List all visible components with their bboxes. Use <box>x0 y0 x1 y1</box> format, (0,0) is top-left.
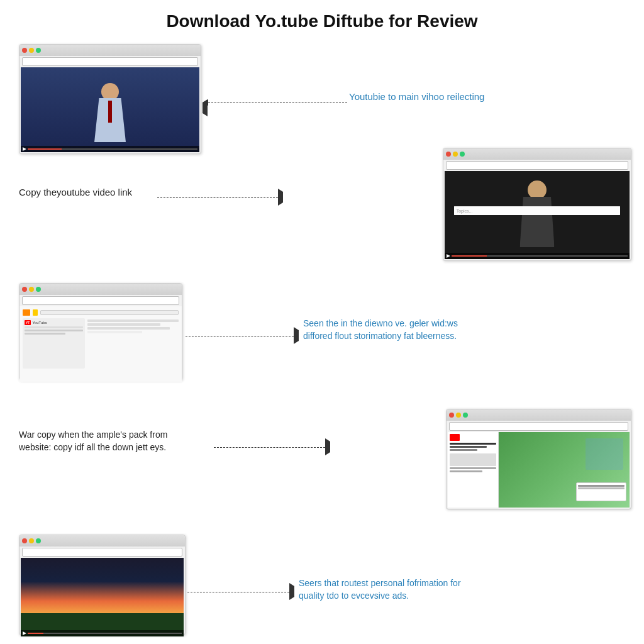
arrowhead-right-4 <box>325 441 330 453</box>
min-btn-4 <box>456 413 461 418</box>
browser-window-3: YT YouTubs <box>19 283 182 380</box>
divider-3 <box>25 326 83 328</box>
play-icon-5 <box>23 631 26 635</box>
max-btn-5 <box>36 538 41 543</box>
map-line-4c <box>450 449 477 451</box>
legend-line-4b <box>578 487 625 489</box>
arrowhead-right-3 <box>294 330 299 341</box>
titlebar-1 <box>19 45 201 56</box>
arrowhead-left-1 <box>203 99 208 106</box>
addressbar-4[interactable] <box>449 422 628 431</box>
arrowhead-right-2 <box>278 192 283 203</box>
website-sidebar-3: YT YouTubs <box>23 318 85 369</box>
max-btn-4 <box>463 413 468 418</box>
max-btn-2 <box>460 152 465 157</box>
browser-content-4 <box>448 432 630 508</box>
map-sidebar-4 <box>448 432 499 508</box>
video-bg-1 <box>21 67 199 152</box>
browser-content-2: Topics... <box>445 171 630 259</box>
max-btn-3 <box>36 287 41 292</box>
video-controls-1 <box>21 146 199 152</box>
arrow-4 <box>214 443 330 451</box>
website-content-3: YT YouTubs <box>19 306 182 382</box>
website-search-3[interactable] <box>40 310 179 315</box>
browser-window-1 <box>19 44 201 154</box>
browser-window-4 <box>446 409 631 509</box>
video-controls-5 <box>21 630 184 636</box>
map-layout-4 <box>448 432 630 508</box>
browser-content-1 <box>21 67 199 152</box>
map-logo-4 <box>450 434 460 441</box>
addressbar-1[interactable] <box>22 57 198 66</box>
logo-icon-3b <box>33 309 38 316</box>
arrow-2 <box>157 194 283 201</box>
close-btn-5 <box>22 538 27 543</box>
min-btn-1 <box>29 48 34 53</box>
video-bg-2: Topics... <box>445 171 630 259</box>
line-3b <box>25 333 65 335</box>
browser-window-5 <box>19 535 186 635</box>
addressbar-5[interactable] <box>22 548 182 557</box>
map-main-4 <box>499 432 630 508</box>
progress-fill-5 <box>28 633 43 634</box>
map-legend-4 <box>576 482 626 501</box>
arrow-line-3 <box>186 336 294 336</box>
content-area: Youtubie to main vihoo reilecting Copy t… <box>0 38 644 638</box>
map-line-4b <box>450 446 487 448</box>
sunset-video-5 <box>21 558 184 636</box>
label-1: Youtubie to main vihoo reilecting <box>349 90 484 103</box>
arrow-line-1 <box>208 103 347 103</box>
yt-text-3: YouTubs <box>32 321 47 325</box>
play-icon-2 <box>447 254 450 258</box>
arrow-line-4 <box>214 447 325 448</box>
titlebar-4 <box>447 409 631 421</box>
addressbar-3[interactable] <box>22 296 179 305</box>
arrow-line-2 <box>157 197 278 198</box>
arrow-1 <box>203 99 347 106</box>
close-btn-4 <box>449 413 454 418</box>
line-3a <box>25 330 83 331</box>
titlebar-2 <box>443 148 631 160</box>
video-controls-2 <box>445 253 630 259</box>
body-line-3d <box>87 331 142 333</box>
play-icon-1 <box>23 147 26 151</box>
titlebar-3 <box>19 284 182 295</box>
progress-fill-1 <box>28 148 62 150</box>
yt-logo-3: YT <box>25 320 31 325</box>
titlebar-5 <box>19 535 185 547</box>
close-btn-1 <box>22 48 27 53</box>
map-line-4a <box>450 443 496 445</box>
website-main-3: YT YouTubs <box>23 318 179 369</box>
progress-bar-1 <box>28 148 197 150</box>
addressbar-2[interactable] <box>446 161 628 170</box>
label-5: Seers that routest personal fofrimation … <box>299 577 461 602</box>
arrow-3 <box>186 332 299 340</box>
map-line-4e <box>450 470 482 472</box>
page-title: Download Yo.tube Diftube for Review <box>0 0 644 38</box>
close-btn-2 <box>446 152 451 157</box>
progress-bar-5 <box>28 633 182 634</box>
website-logo-area-3 <box>23 309 179 316</box>
body-line-3c <box>87 327 169 330</box>
progress-bar-2 <box>452 255 628 257</box>
label-2: Copy theyoutube video link <box>19 186 132 199</box>
arrow-5 <box>187 588 294 596</box>
website-body-3 <box>87 318 179 369</box>
arrowhead-right-5 <box>289 586 294 597</box>
map-logo-area-4 <box>450 434 496 441</box>
browser-content-5 <box>21 558 184 636</box>
legend-line-4a <box>578 485 625 487</box>
min-btn-2 <box>453 152 458 157</box>
progress-fill-2 <box>452 255 487 257</box>
map-thumb-4 <box>450 453 496 466</box>
browser-window-2: Topics... <box>443 148 631 261</box>
label-3: Seen the in the diewno ve. geler wid:ws … <box>303 318 458 342</box>
close-btn-3 <box>22 287 27 292</box>
search-overlay-2: Topics... <box>454 206 621 215</box>
arrow-line-5 <box>187 592 289 592</box>
body-line-3b <box>87 323 160 326</box>
max-btn-1 <box>36 48 41 53</box>
logo-icon-3 <box>23 309 30 316</box>
label-4: War copy when the ample's pack from webs… <box>19 429 167 453</box>
map-region-4 <box>586 438 623 470</box>
